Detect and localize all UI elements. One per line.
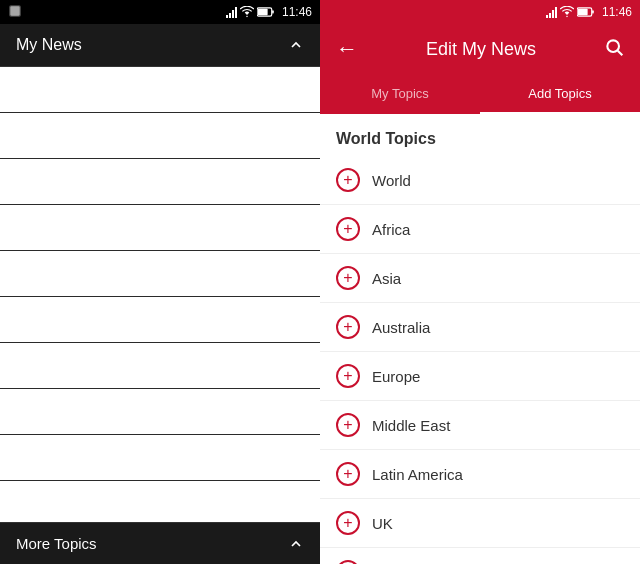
section-title: World Topics [320,114,640,156]
topic-name: Asia [372,270,401,287]
more-topics-title: More Topics [16,535,97,552]
right-battery-icon [577,6,595,18]
more-topics-header[interactable]: More Topics [0,522,320,564]
add-topic-icon [336,560,360,564]
search-icon [604,37,624,57]
my-news-title: My News [16,36,82,54]
left-nav-item[interactable]: US & Canada [0,435,320,481]
left-panel: 11:46 My News WorldAfricaAsiaAustraliaEu… [0,0,320,564]
svg-rect-4 [272,10,274,13]
tab-my-topics[interactable]: My Topics [320,74,480,114]
svg-rect-1 [10,6,19,15]
right-signal-icon [546,6,557,18]
wifi-icon [240,6,254,18]
left-status-icon [8,4,22,20]
svg-rect-6 [578,9,588,16]
svg-rect-7 [592,10,594,13]
add-topic-icon [336,462,360,486]
left-nav-item[interactable]: China [0,481,320,522]
right-panel: 11:46 ← Edit My News My TopicsAdd Topics… [320,0,640,564]
status-bar-right: 11:46 [320,0,640,24]
topic-item[interactable]: Europe [320,352,640,401]
topic-item[interactable]: World [320,156,640,205]
battery-icon [257,6,275,18]
tab-add-topics[interactable]: Add Topics [480,74,640,114]
chevron-up-icon [288,37,304,53]
signal-icon [226,6,237,18]
left-nav-item[interactable]: UK [0,389,320,435]
right-topics-list: World Topics WorldAfricaAsiaAustraliaEur… [320,114,640,564]
my-news-header[interactable]: My News [0,24,320,67]
toolbar-title: Edit My News [366,39,596,60]
svg-rect-3 [258,9,268,16]
topic-name: Australia [372,319,430,336]
topic-item[interactable]: Asia [320,254,640,303]
left-nav-item[interactable]: Latin America [0,343,320,389]
search-button[interactable] [596,33,632,66]
topic-item[interactable]: UK [320,499,640,548]
left-nav-item[interactable]: Africa [0,113,320,159]
right-status-icons: 11:46 [546,5,632,19]
topic-name: UK [372,515,393,532]
left-nav-item[interactable]: Asia [0,159,320,205]
topic-item[interactable]: Latin America [320,450,640,499]
left-nav-list: WorldAfricaAsiaAustraliaEuropeMiddle Eas… [0,67,320,522]
add-topic-icon [336,217,360,241]
topic-item[interactable]: Africa [320,205,640,254]
topic-name: Europe [372,368,420,385]
left-time: 11:46 [282,5,312,19]
topic-name: Latin America [372,466,463,483]
add-topic-icon [336,511,360,535]
left-nav-item[interactable]: Europe [0,251,320,297]
right-time: 11:46 [602,5,632,19]
add-topic-icon [336,168,360,192]
topic-name: World [372,172,411,189]
back-button[interactable]: ← [328,32,366,66]
left-nav-item[interactable]: Middle East [0,297,320,343]
status-bar-left: 11:46 [0,0,320,24]
svg-line-9 [618,50,623,55]
svg-point-8 [607,40,619,52]
add-topic-icon [336,364,360,388]
left-status-icons: 11:46 [226,5,312,19]
topic-name: Middle East [372,417,450,434]
right-wifi-icon [560,6,574,18]
left-nav-item[interactable]: Australia [0,205,320,251]
topic-item[interactable]: US & Canada [320,548,640,564]
toolbar: ← Edit My News [320,24,640,74]
topic-name: Africa [372,221,410,238]
topic-item[interactable]: Middle East [320,401,640,450]
add-topic-icon [336,266,360,290]
topic-item[interactable]: Australia [320,303,640,352]
add-topic-icon [336,413,360,437]
left-nav-item[interactable]: World [0,67,320,113]
tabs-bar: My TopicsAdd Topics [320,74,640,114]
add-topic-icon [336,315,360,339]
more-topics-chevron-icon [288,536,304,552]
